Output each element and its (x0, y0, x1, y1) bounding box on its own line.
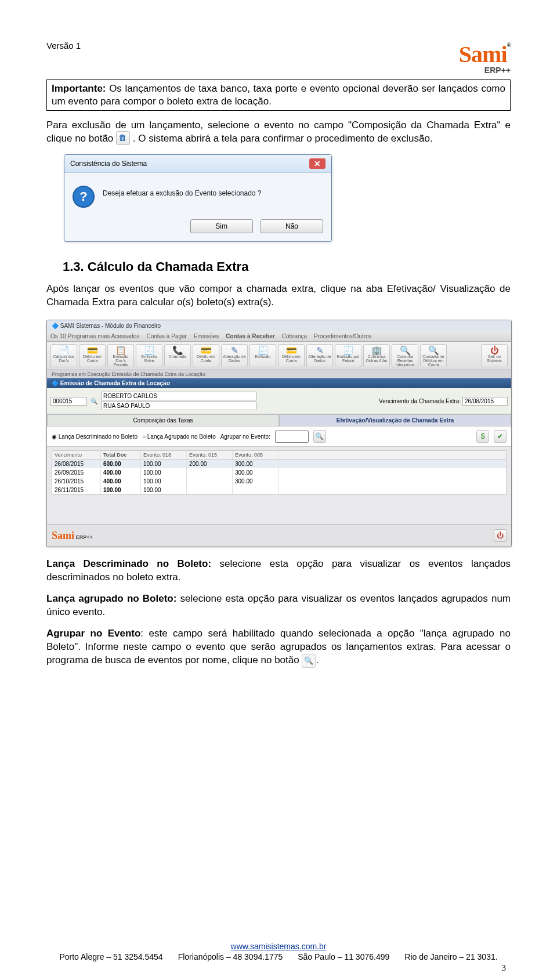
agrupar-field[interactable] (275, 431, 309, 443)
yes-button[interactable]: Sim (190, 219, 253, 233)
footer-url[interactable]: www.samisistemas.com.br (231, 942, 327, 951)
section-heading: 1.3. Cálculo da Chamada Extra (63, 259, 511, 274)
para-exclusion: Para exclusão de um lançamento, selecion… (46, 119, 511, 146)
question-icon: ? (73, 186, 95, 208)
radio-descriminado[interactable]: ◉ Lança Descriminado no Boleto (52, 433, 138, 440)
table-row[interactable]: 26/10/2015400.00100.00300.00 (52, 477, 506, 486)
confirm-icon[interactable]: ✔ (494, 430, 507, 443)
version-label: Versão 1 (46, 41, 81, 50)
nome-field[interactable] (101, 392, 256, 400)
para-opt1: Lança Descriminado no Boleto: selecione … (46, 558, 511, 584)
panel-title: 🔷 Emissão de Chamada Extra da Locação (47, 378, 511, 388)
important-box: Importante: Os lançamentos de taxa banco… (46, 79, 511, 111)
page-footer: www.samisistemas.com.br Porto Alegre – 5… (0, 942, 557, 961)
page-number: 3 (502, 963, 507, 973)
dialog-message: Deseja efetuar a exclusão do Evento sele… (103, 186, 262, 197)
venc-field[interactable] (462, 397, 508, 406)
trash-icon (116, 131, 130, 145)
app-toolbar[interactable]: 📄Cálculo dos Doc's 💳Débito em Conta 📋Emi… (47, 342, 511, 370)
app-menubar[interactable]: Os 10 Programas mais AcessadosContas à P… (47, 331, 511, 342)
exit-icon[interactable]: ⏻ (494, 529, 507, 542)
table-row[interactable]: 26/08/2015600.00100.00200.00300.00 (52, 460, 506, 468)
radio-agrupado[interactable]: ○ Lança Agrupado no Boleto (142, 433, 216, 440)
para-section: Após lançar os eventos que vão compor a … (46, 283, 511, 309)
dialog-title: Consistência do Sistema (70, 160, 147, 168)
info-row: 🔍 Vencimento da Chamada Extra: (47, 388, 511, 414)
tab-efetivacao[interactable]: Efetivação/Visualização de Chamada Extra (279, 414, 511, 426)
table-row[interactable]: 26/11/2015100.00100.00 (52, 486, 506, 494)
table-row[interactable]: 26/09/2015400.00100.00300.00 (52, 468, 506, 477)
agrupar-label: Agrupar no Evento: (220, 433, 270, 440)
search-icon (302, 654, 316, 668)
end-field[interactable] (101, 402, 256, 410)
breadcrumb: Programas em Execução Emissão de Chamada… (47, 370, 511, 378)
no-button[interactable]: Não (261, 219, 323, 233)
table: VencimentoTotal Doc Evento: 018Evento: 0… (52, 450, 507, 495)
tab-composicao[interactable]: Composição das Taxas (47, 414, 279, 426)
close-icon[interactable]: ✕ (309, 158, 325, 169)
para-opt2: Lança agrupado no Boleto: selecione esta… (46, 592, 511, 619)
confirm-dialog: Consistência do Sistema ✕ ? Deseja efetu… (64, 154, 332, 242)
para-opt3: Agrupar no Evento: este campo será habil… (46, 627, 511, 668)
brand-logo: Sami® ERP++ (459, 41, 511, 75)
app-window: 🔷 SAMI Sistemas - Módulo do Financeiro O… (46, 320, 512, 547)
app-title: 🔷 SAMI Sistemas - Módulo do Financeiro (47, 320, 511, 331)
money-icon[interactable]: $ (476, 430, 489, 443)
cod-field[interactable] (50, 397, 87, 406)
search-evento-icon[interactable]: 🔍 (313, 430, 326, 443)
